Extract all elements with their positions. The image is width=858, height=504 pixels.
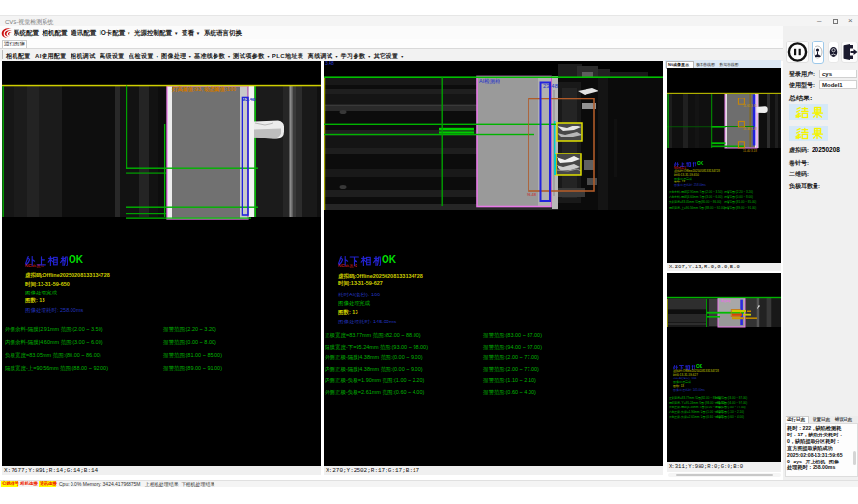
svg-text:AI检测框: AI检测框 — [721, 299, 731, 303]
svg-text:11.65 3.91: 11.65 3.91 — [743, 104, 757, 108]
svg-text:11.38 3.48: 11.38 3.48 — [743, 127, 757, 131]
svg-text:11.40 3.18: 11.40 3.18 — [743, 149, 757, 153]
